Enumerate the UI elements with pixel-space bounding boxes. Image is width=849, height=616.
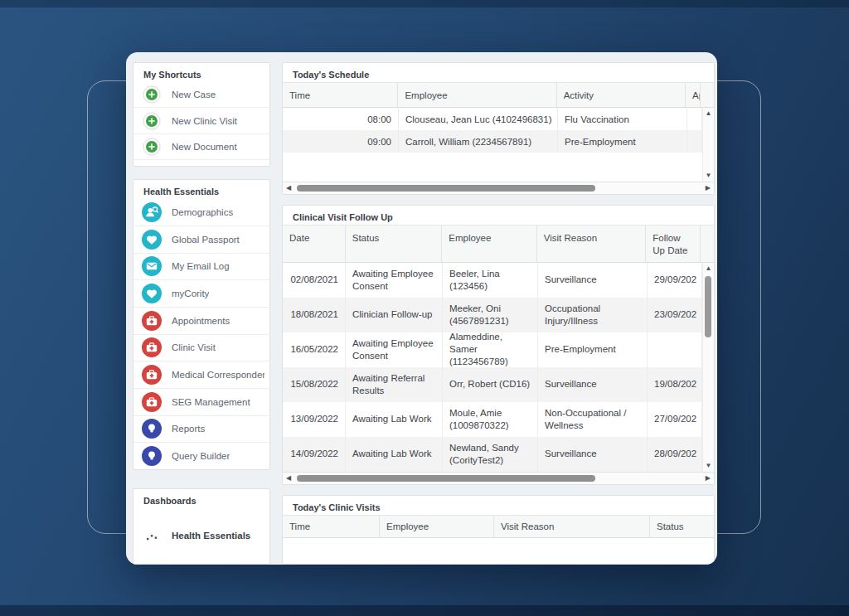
cell-follow-up-date: 28/09/202 <box>648 437 702 472</box>
cell-visit-reason: Surveillance <box>538 367 648 402</box>
column-header-employee: Employee <box>398 83 556 107</box>
horizontal-scroll-thumb[interactable] <box>297 475 595 482</box>
sidebar-item-demographics[interactable]: Demographics <box>133 199 269 226</box>
cell-follow-up-date: 19/08/202 <box>648 367 702 402</box>
heart-icon <box>142 284 162 303</box>
cell-status: Awaiting Employee Consent <box>346 332 443 367</box>
cell-status: Awaiting Employee Consent <box>346 263 443 298</box>
cell-date: 13/09/2022 <box>283 402 346 437</box>
cell-visit-reason: Surveillance <box>538 263 648 298</box>
table-body: 08:00 Clouseau, Jean Luc (4102496831) Fl… <box>283 108 714 182</box>
my-shortcuts-panel: My Shortcuts New Case New Clinic Visit N… <box>133 62 270 167</box>
shortcut-new-document[interactable]: New Document <box>133 133 269 159</box>
cell-follow-up-date <box>648 332 702 367</box>
cell-status: Awaiting Lab Work <box>346 402 443 437</box>
table-row[interactable]: 13/09/2022 Awaiting Lab Work Moule, Amie… <box>283 402 714 437</box>
cell-status: Clinician Follow-up <box>346 298 443 332</box>
main-content: Today's Schedule Time Employee Activity … <box>282 62 715 565</box>
sidebar: My Shortcuts New Case New Clinic Visit N… <box>133 62 270 565</box>
sidebar-item-label: Appointments <box>172 316 230 326</box>
sidebar-item-label: Global Passport <box>172 235 240 245</box>
todays-clinic-visits-title: Today's Clinic Visits <box>283 496 714 515</box>
health-essentials-title: Health Essentials <box>133 180 269 199</box>
sidebar-item-label: Query Builder <box>172 451 230 461</box>
horizontal-scrollbar[interactable]: ◀ ▶ <box>283 472 714 484</box>
table-body <box>283 538 714 564</box>
scroll-down-icon[interactable]: ▼ <box>706 172 712 179</box>
cell-date: 14/09/2022 <box>283 437 346 472</box>
cell-follow-up-date: 27/09/202 <box>648 402 702 437</box>
sidebar-item-medical-correspondence[interactable]: Medical Correspondence <box>133 361 269 388</box>
shortcut-new-case[interactable]: New Case <box>133 82 269 107</box>
shortcut-label: New Case <box>172 90 216 99</box>
scroll-left-icon[interactable]: ◀ <box>286 475 291 482</box>
header-gutter <box>701 226 714 262</box>
dashboard-item-health-essentials[interactable]: Health Essentials <box>133 508 269 564</box>
vertical-scroll-thumb[interactable] <box>705 276 711 337</box>
clinical-visit-follow-up-title: Clinical Visit Follow Up <box>283 206 714 225</box>
sidebar-item-my-email-log[interactable]: My Email Log <box>133 253 269 280</box>
follow-up-table: Date Status Employee Visit Reason Follow… <box>283 225 714 484</box>
column-header-visit-reason: Visit Reason <box>537 226 646 262</box>
sidebar-item-label: Clinic Visit <box>172 342 216 352</box>
sidebar-item-label: Medical Correspondence <box>172 370 264 380</box>
sidebar-item-reports[interactable]: Reports <box>133 415 269 443</box>
cell-employee: Alameddine, Samer (1123456789) <box>443 332 538 367</box>
cell-employee: Clouseau, Jean Luc (4102496831) <box>399 108 558 130</box>
table-row[interactable]: 08:00 Clouseau, Jean Luc (4102496831) Fl… <box>283 108 714 130</box>
cell-time: 08:00 <box>283 108 399 130</box>
dashboards-title: Dashboards <box>133 489 269 508</box>
scroll-right-icon[interactable]: ▶ <box>706 185 711 192</box>
column-header-time: Time <box>283 516 380 537</box>
table-row[interactable]: 14/09/2022 Awaiting Lab Work Newland, Sa… <box>283 437 714 472</box>
cell-visit-reason: Non-Occupational / Wellness <box>538 402 648 437</box>
cell-follow-up-date: 23/09/202 <box>648 298 702 332</box>
medical-bag-icon <box>142 337 162 357</box>
chart-icon <box>142 526 162 546</box>
sidebar-item-label: My Email Log <box>172 261 230 271</box>
cell-date: 16/05/2022 <box>283 332 346 367</box>
bottom-edge-strip <box>0 605 849 616</box>
scroll-up-icon[interactable]: ▲ <box>706 265 712 272</box>
scroll-left-icon[interactable]: ◀ <box>286 185 291 192</box>
sidebar-item-query-builder[interactable]: Query Builder <box>133 442 269 469</box>
column-header-visit-reason: Visit Reason <box>494 516 650 537</box>
scroll-up-icon[interactable]: ▲ <box>706 110 712 117</box>
table-row[interactable]: 18/08/2021 Clinician Follow-up Meeker, O… <box>283 298 714 332</box>
column-header-employee: Employee <box>380 516 494 537</box>
sidebar-item-mycority[interactable]: myCority <box>133 279 269 307</box>
sidebar-item-clinic-visit[interactable]: Clinic Visit <box>133 334 269 361</box>
sidebar-item-global-passport[interactable]: Global Passport <box>133 226 269 253</box>
scroll-right-icon[interactable]: ▶ <box>706 475 711 482</box>
table-row[interactable]: 02/08/2021 Awaiting Employee Consent Bee… <box>283 263 714 298</box>
sidebar-item-label: SEG Management <box>172 397 250 407</box>
sidebar-item-seg-management[interactable]: SEG Management <box>133 388 269 415</box>
shortcut-new-clinic-visit[interactable]: New Clinic Visit <box>133 107 269 133</box>
column-header-appointment: Ap <box>686 83 701 107</box>
cell-date: 15/08/2022 <box>283 367 346 402</box>
todays-clinic-visits-panel: Today's Clinic Visits Time Employee Visi… <box>282 495 715 565</box>
plus-circle-icon <box>142 137 162 157</box>
clinic-visits-table: Time Employee Visit Reason Status <box>283 515 714 564</box>
cell-employee: Carroll, William (2234567891) <box>399 130 558 153</box>
dashboards-list: Health Essentials <box>133 508 269 564</box>
desktop-background: My Shortcuts New Case New Clinic Visit N… <box>0 0 849 616</box>
person-search-icon <box>142 202 162 222</box>
cell-employee: Newland, Sandy (CorityTest2) <box>443 437 538 472</box>
header-gutter <box>701 83 714 107</box>
cell-status: Awaiting Lab Work <box>346 437 443 472</box>
cell-employee: Beeler, Lina (123456) <box>443 263 538 298</box>
table-row[interactable]: 15/08/2022 Awaiting Referral Results Orr… <box>283 367 714 402</box>
table-row[interactable]: 16/05/2022 Awaiting Employee Consent Ala… <box>283 332 714 367</box>
vertical-scrollbar[interactable]: ▲ ▼ <box>702 108 714 182</box>
scroll-down-icon[interactable]: ▼ <box>706 463 712 469</box>
sidebar-item-appointments[interactable]: Appointments <box>133 307 269 334</box>
cell-visit-reason: Pre-Employment <box>538 332 648 367</box>
horizontal-scroll-thumb[interactable] <box>297 185 595 192</box>
health-essentials-list: Demographics Global Passport My Email Lo… <box>133 199 269 469</box>
cell-employee: Orr, Robert (CD16) <box>443 367 538 402</box>
horizontal-scrollbar[interactable]: ◀ ▶ <box>283 182 714 194</box>
cell-appointment <box>687 108 702 130</box>
table-row[interactable]: 09:00 Carroll, William (2234567891) Pre-… <box>283 130 714 153</box>
my-shortcuts-title: My Shortcuts <box>133 63 269 82</box>
